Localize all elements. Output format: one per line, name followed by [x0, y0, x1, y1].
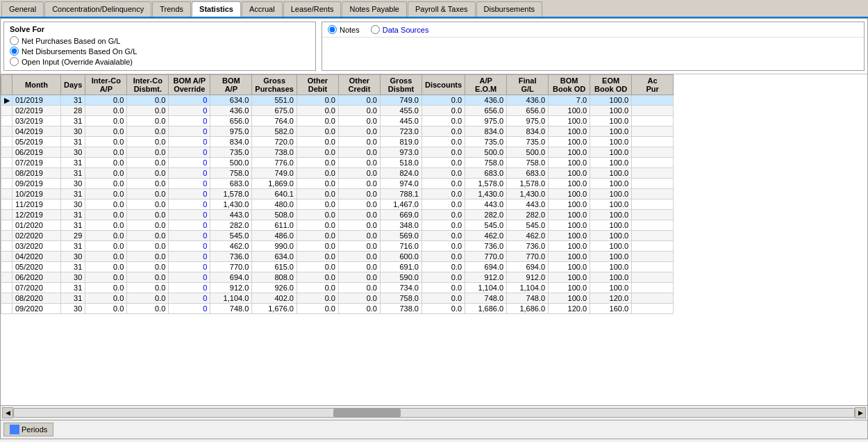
cell-ap_eom: 735.0: [465, 137, 507, 147]
cell-month: 04/2019: [12, 126, 61, 137]
cell-ac_pur: [632, 304, 674, 314]
table-row[interactable]: 04/2020300.00.00736.0634.00.00.0600.00.0…: [1, 252, 674, 262]
radio-datasources-label[interactable]: Data Sources: [371, 25, 429, 34]
table-row[interactable]: 12/2019310.00.00443.0508.00.00.0669.00.0…: [1, 210, 674, 220]
cell-other_debit: 0.0: [297, 106, 338, 116]
radio-datasources-input[interactable]: [371, 25, 380, 34]
table-row[interactable]: 06/2020300.00.00694.0808.00.00.0590.00.0…: [1, 272, 674, 283]
cell-inter_co_ap: 0.0: [85, 116, 127, 126]
cell-ac_pur: [632, 116, 674, 126]
scroll-left-button[interactable]: ◀: [2, 407, 13, 418]
cell-bom_book_od: 100.0: [549, 158, 590, 168]
tab-notes-payable[interactable]: Notes Payable: [342, 1, 407, 17]
tab-statistics[interactable]: Statistics: [192, 1, 241, 17]
cell-inter_co_ap: 0.0: [85, 304, 127, 314]
col-inter-co-disbmt: Inter-CoDisbmt.: [127, 75, 169, 95]
cell-gross_disbmt: 518.0: [380, 158, 422, 168]
cell-discounts: 0.0: [422, 106, 465, 116]
table-row[interactable]: 06/2019300.00.00735.0738.00.00.0973.00.0…: [1, 147, 674, 158]
row-arrow: [1, 126, 12, 137]
cell-ap_eom: 1,686.0: [465, 304, 507, 314]
table-row[interactable]: 09/2019300.00.00683.01,869.00.00.0974.00…: [1, 179, 674, 189]
cell-final_gl: 1,430.0: [507, 189, 549, 199]
radio-net-purchases[interactable]: Net Purchases Based on G/L: [10, 36, 310, 45]
table-row[interactable]: 10/2019310.00.001,578.0640.10.00.0788.10…: [1, 189, 674, 199]
cell-ac_pur: [632, 95, 674, 106]
cell-other_debit: 0.0: [297, 241, 338, 252]
table-row[interactable]: 09/2020300.00.00748.01,676.00.00.0738.00…: [1, 304, 674, 314]
cell-bom_ap: 634.0: [210, 95, 252, 106]
cell-ap_eom: 462.0: [465, 231, 507, 241]
cell-inter_co_disbmt: 0.0: [127, 272, 169, 283]
tab-payroll-taxes[interactable]: Payroll & Taxes: [408, 1, 476, 17]
col-eom-book-od: EOMBook OD: [590, 75, 632, 95]
table-row[interactable]: 02/2019280.00.00436.0675.00.00.0455.00.0…: [1, 106, 674, 116]
radio-open-input[interactable]: Open Input (Override Avaialable): [10, 57, 310, 66]
cell-bom_ap_override: 0: [169, 179, 210, 189]
table-row[interactable]: 05/2019310.00.00834.0720.00.00.0819.00.0…: [1, 137, 674, 147]
table-row[interactable]: 07/2019310.00.00500.0776.00.00.0518.00.0…: [1, 158, 674, 168]
cell-final_gl: 736.0: [507, 241, 549, 252]
cell-final_gl: 1,686.0: [507, 304, 549, 314]
radio-net-disbursements[interactable]: Net Disbursements Based On G/L: [10, 47, 310, 56]
cell-days: 30: [61, 126, 85, 137]
cell-gross_disbmt: 691.0: [380, 262, 422, 272]
periods-button[interactable]: Periods: [3, 423, 53, 436]
cell-month: 05/2020: [12, 262, 61, 272]
tab-trends[interactable]: Trends: [152, 1, 191, 17]
cell-inter_co_ap: 0.0: [85, 220, 127, 231]
cell-bom_ap: 770.0: [210, 262, 252, 272]
table-row[interactable]: 02/2020290.00.00545.0486.00.00.0569.00.0…: [1, 231, 674, 241]
table-row[interactable]: 08/2019310.00.00758.0749.00.00.0824.00.0…: [1, 168, 674, 179]
cell-discounts: 0.0: [422, 95, 465, 106]
radio-notes-label[interactable]: Notes: [328, 25, 360, 34]
table-row[interactable]: 05/2020310.00.00770.0615.00.00.0691.00.0…: [1, 262, 674, 272]
tab-accrual[interactable]: Accrual: [242, 1, 283, 17]
cell-inter_co_disbmt: 0.0: [127, 189, 169, 199]
cell-other_credit: 0.0: [338, 220, 380, 231]
row-arrow: [1, 231, 12, 241]
row-arrow: [1, 210, 12, 220]
notes-textarea[interactable]: [322, 38, 864, 70]
cell-inter_co_disbmt: 0.0: [127, 262, 169, 272]
cell-gross_disbmt: 749.0: [380, 95, 422, 106]
notes-section: Notes Data Sources: [322, 22, 865, 71]
row-arrow: [1, 168, 12, 179]
data-table-container[interactable]: Month Days Inter-CoA/P Inter-CoDisbmt. B…: [1, 74, 867, 405]
cell-gross_disbmt: 734.0: [380, 283, 422, 293]
cell-bom_ap: 683.0: [210, 179, 252, 189]
col-inter-co-ap: Inter-CoA/P: [85, 75, 127, 95]
table-row[interactable]: 03/2019310.00.00656.0764.00.00.0445.00.0…: [1, 116, 674, 126]
cell-days: 31: [61, 241, 85, 252]
cell-bom_ap: 758.0: [210, 168, 252, 179]
table-row[interactable]: 07/2020310.00.00912.0926.00.00.0734.00.0…: [1, 283, 674, 293]
cell-other_credit: 0.0: [338, 241, 380, 252]
cell-final_gl: 975.0: [507, 116, 549, 126]
cell-month: 01/2020: [12, 220, 61, 231]
radio-notes-input[interactable]: [328, 25, 337, 34]
periods-label: Periods: [22, 425, 47, 434]
tab-disbursements[interactable]: Disbursements: [476, 1, 542, 17]
cell-gross_purchases: 508.0: [252, 210, 297, 220]
tab-concentration[interactable]: Concentration/Delinquency: [44, 1, 151, 17]
cell-days: 31: [61, 158, 85, 168]
row-arrow: [1, 137, 12, 147]
cell-eom_book_od: 100.0: [590, 220, 632, 231]
cell-ac_pur: [632, 283, 674, 293]
scroll-right-button[interactable]: ▶: [855, 407, 866, 418]
table-row[interactable]: 01/2020310.00.00282.0611.00.00.0348.00.0…: [1, 220, 674, 231]
table-row[interactable]: 11/2019300.00.001,430.0480.00.00.01,467.…: [1, 199, 674, 210]
cell-ac_pur: [632, 168, 674, 179]
table-row[interactable]: 03/2020310.00.00462.0990.00.00.0716.00.0…: [1, 241, 674, 252]
cell-other_credit: 0.0: [338, 158, 380, 168]
cell-month: 02/2020: [12, 231, 61, 241]
cell-days: 31: [61, 220, 85, 231]
horizontal-scrollbar[interactable]: [13, 408, 855, 418]
cell-gross_disbmt: 973.0: [380, 147, 422, 158]
table-row[interactable]: 04/2019300.00.00975.0582.00.00.0723.00.0…: [1, 126, 674, 137]
table-row[interactable]: ▶01/2019310.00.00634.0551.00.00.0749.00.…: [1, 95, 674, 106]
table-row[interactable]: 08/2020310.00.001,104.0402.00.00.0758.00…: [1, 293, 674, 304]
tab-lease-rents[interactable]: Lease/Rents: [283, 1, 342, 17]
cell-gross_purchases: 738.0: [252, 147, 297, 158]
tab-general[interactable]: General: [1, 1, 44, 17]
